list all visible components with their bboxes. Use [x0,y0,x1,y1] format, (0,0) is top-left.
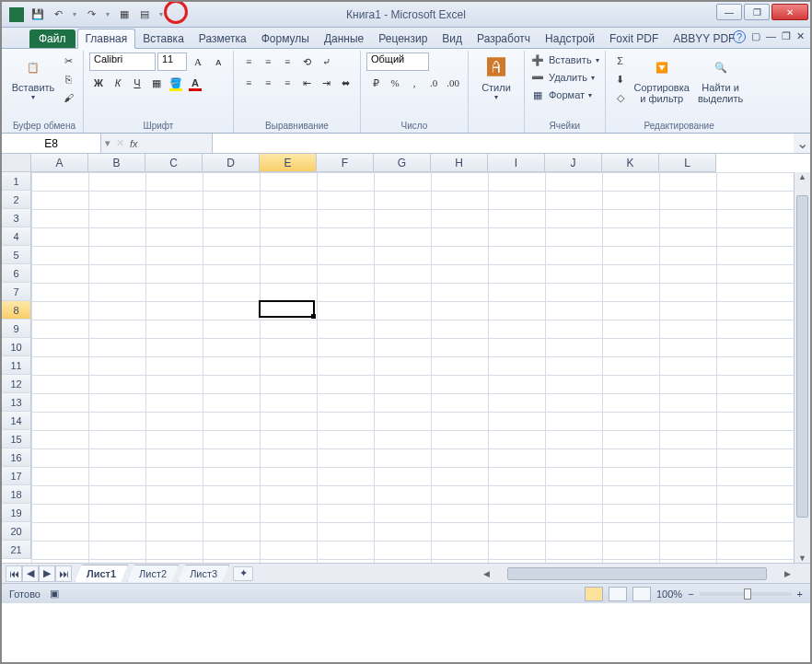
sheet-tab-1[interactable]: Лист1 [75,565,128,582]
align-bottom-button[interactable]: ≡ [278,52,296,71]
copy-button[interactable]: ⎘ [59,71,77,87]
tab-data[interactable]: Данные [317,29,371,48]
tab-insert[interactable]: Вставка [135,29,191,48]
fill-button[interactable]: ⬇ [611,71,630,87]
comma-button[interactable]: , [405,74,423,92]
row-header-7[interactable]: 7 [2,283,31,301]
currency-button[interactable]: ₽ [366,74,385,92]
qat-dropdown[interactable]: ▾ [103,10,112,18]
horizontal-scrollbar[interactable]: ◀ ▶ [481,565,794,582]
doc-restore-icon[interactable]: ❐ [782,30,791,43]
tab-foxit[interactable]: Foxit PDF [602,29,666,48]
tab-view[interactable]: Вид [435,29,470,48]
col-header-F[interactable]: F [317,154,374,172]
vscroll-thumb[interactable] [796,195,808,518]
active-cell[interactable] [259,300,315,318]
wrap-text-button[interactable]: ⤶ [317,52,335,71]
decrease-font-button[interactable]: ᴀ [209,52,227,71]
row-header-14[interactable]: 14 [2,412,31,430]
align-left-button[interactable]: ≡ [239,74,258,92]
decrease-indent-button[interactable]: ⇤ [297,74,316,92]
row-header-8[interactable]: 8 [2,301,31,320]
increase-font-button[interactable]: A [189,52,207,71]
cell-area[interactable] [31,172,794,563]
font-name-select[interactable]: Calibri [89,52,156,71]
align-middle-button[interactable]: ≡ [259,52,277,71]
row-header-11[interactable]: 11 [2,356,31,375]
tab-home[interactable]: Главная [77,29,136,49]
new-sheet-button[interactable]: ✦ [233,566,253,581]
col-header-J[interactable]: J [545,154,602,172]
row-header-20[interactable]: 20 [2,522,31,541]
row-header-10[interactable]: 10 [2,338,31,356]
cut-button[interactable]: ✂ [59,52,77,69]
align-center-button[interactable]: ≡ [259,74,277,92]
row-header-15[interactable]: 15 [2,430,31,448]
undo-button[interactable]: ↶ [50,6,66,23]
macro-record-icon[interactable]: ▣ [50,588,59,600]
qat-customize[interactable]: ▾ [157,10,166,18]
row-header-17[interactable]: 17 [2,467,31,485]
custom-qat-1[interactable]: ▦ [116,6,133,23]
sheet-nav-prev[interactable]: ◀ [22,565,39,582]
fill-color-button[interactable]: 🪣 [167,74,185,92]
minimize-button[interactable]: — [716,4,742,20]
name-box[interactable]: E8 [2,134,101,153]
delete-cells-button[interactable]: ➖Удалить▾ [530,70,595,85]
percent-button[interactable]: % [386,74,404,92]
increase-indent-button[interactable]: ⇥ [317,74,335,92]
name-box-dropdown[interactable]: ▾ [105,137,110,149]
zoom-slider[interactable] [700,592,792,596]
styles-button[interactable]: 🅰 Стили ▾ [474,52,518,101]
row-header-1[interactable]: 1 [2,172,31,191]
col-header-A[interactable]: A [31,154,88,172]
row-header-6[interactable]: 6 [2,264,31,283]
tab-abbyy[interactable]: ABBYY PDF [666,29,742,48]
help-icon[interactable]: ? [733,30,746,43]
formula-input[interactable] [212,134,794,153]
view-normal-button[interactable] [585,587,603,601]
tab-formulas[interactable]: Формулы [254,29,317,48]
minimize-ribbon-icon[interactable]: ▢ [751,30,760,43]
zoom-thumb[interactable] [744,588,751,600]
row-header-12[interactable]: 12 [2,375,31,393]
col-header-C[interactable]: C [145,154,203,172]
col-header-G[interactable]: G [374,154,431,172]
expand-formula-bar[interactable]: ⌄ [794,134,810,152]
col-header-B[interactable]: B [88,154,145,172]
format-cells-button[interactable]: ▦Формат▾ [530,87,592,102]
row-header-3[interactable]: 3 [2,209,31,227]
row-header-9[interactable]: 9 [2,320,31,338]
insert-cells-button[interactable]: ➕Вставить▾ [530,52,599,67]
align-top-button[interactable]: ≡ [239,52,258,71]
sheet-tab-2[interactable]: Лист2 [127,565,179,582]
select-all-corner[interactable] [2,154,31,172]
row-header-2[interactable]: 2 [2,191,31,209]
find-select-button[interactable]: 🔍 Найти и выделить [694,52,748,104]
row-header-5[interactable]: 5 [2,246,31,264]
sheet-nav-first[interactable]: ⏮ [6,565,22,582]
font-color-button[interactable]: A [186,74,204,92]
row-header-13[interactable]: 13 [2,393,31,412]
zoom-level[interactable]: 100% [656,588,682,600]
col-header-L[interactable]: L [659,154,716,172]
clear-button[interactable]: ◇ [611,89,630,106]
zoom-in-button[interactable]: + [797,588,803,600]
custom-qat-2[interactable]: ▤ [136,6,153,23]
autosum-button[interactable]: Σ [611,52,630,69]
tab-developer[interactable]: Разработч [470,29,538,48]
zoom-out-button[interactable]: − [688,588,693,600]
sort-filter-button[interactable]: 🔽 Сортировка и фильтр [633,52,690,104]
paste-button[interactable]: 📋 Вставить ▾ [11,52,55,101]
close-button[interactable]: ✕ [771,4,808,20]
tab-layout[interactable]: Разметка [191,29,254,48]
orientation-button[interactable]: ⟲ [297,52,316,71]
col-header-H[interactable]: H [431,154,488,172]
tab-review[interactable]: Рецензир [371,29,435,48]
col-header-K[interactable]: K [602,154,659,172]
col-header-E[interactable]: E [260,154,317,172]
underline-button[interactable]: Ч [128,74,146,92]
doc-close-icon[interactable]: ✕ [796,30,805,43]
col-header-D[interactable]: D [203,154,260,172]
decrease-decimal-button[interactable]: .00 [444,74,462,92]
